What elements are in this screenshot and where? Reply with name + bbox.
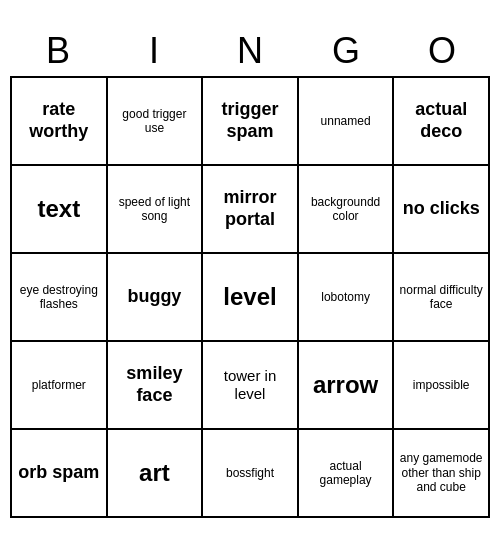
bingo-cell-16: smiley face	[108, 342, 204, 430]
bingo-cell-21: art	[108, 430, 204, 518]
bingo-cell-text-5: text	[16, 195, 102, 224]
bingo-cell-15: platformer	[12, 342, 108, 430]
header-letter-n: N	[202, 26, 298, 76]
bingo-cell-7: mirror portal	[203, 166, 299, 254]
header-letter-g: G	[298, 26, 394, 76]
bingo-cell-19: impossible	[394, 342, 490, 430]
bingo-cell-3: unnamed	[299, 78, 395, 166]
bingo-cell-text-23: actual gameplay	[303, 459, 389, 488]
bingo-cell-text-12: level	[207, 283, 293, 312]
bingo-cell-text-4: actual deco	[398, 99, 484, 142]
bingo-cell-0: rate worthy	[12, 78, 108, 166]
bingo-cell-text-8: backgroundd color	[303, 195, 389, 224]
bingo-cell-text-13: lobotomy	[303, 290, 389, 304]
bingo-cell-9: no clicks	[394, 166, 490, 254]
header-letter-b: B	[10, 26, 106, 76]
bingo-cell-text-10: eye destroying flashes	[16, 283, 102, 312]
bingo-cell-text-7: mirror portal	[207, 187, 293, 230]
bingo-cell-text-9: no clicks	[398, 198, 484, 220]
bingo-cell-text-17: tower in level	[207, 367, 293, 403]
bingo-cell-24: any gamemode other than ship and cube	[394, 430, 490, 518]
header-letter-i: I	[106, 26, 202, 76]
bingo-cell-text-0: rate worthy	[16, 99, 102, 142]
bingo-cell-6: speed of light song	[108, 166, 204, 254]
bingo-cell-8: backgroundd color	[299, 166, 395, 254]
bingo-cell-text-3: unnamed	[303, 114, 389, 128]
bingo-cell-text-21: art	[112, 459, 198, 488]
bingo-cell-text-11: buggy	[112, 286, 198, 308]
bingo-cell-text-18: arrow	[303, 371, 389, 400]
bingo-cell-18: arrow	[299, 342, 395, 430]
bingo-header: BINGO	[10, 26, 490, 76]
bingo-cell-1: good trigger use	[108, 78, 204, 166]
bingo-cell-text-2: trigger spam	[207, 99, 293, 142]
bingo-cell-10: eye destroying flashes	[12, 254, 108, 342]
bingo-cell-text-1: good trigger use	[112, 107, 198, 136]
bingo-cell-13: lobotomy	[299, 254, 395, 342]
bingo-cell-text-24: any gamemode other than ship and cube	[398, 451, 484, 494]
bingo-cell-11: buggy	[108, 254, 204, 342]
bingo-cell-text-6: speed of light song	[112, 195, 198, 224]
bingo-cell-text-15: platformer	[16, 378, 102, 392]
bingo-cell-23: actual gameplay	[299, 430, 395, 518]
bingo-cell-12: level	[203, 254, 299, 342]
header-letter-o: O	[394, 26, 490, 76]
bingo-cell-4: actual deco	[394, 78, 490, 166]
bingo-cell-text-14: normal difficulty face	[398, 283, 484, 312]
bingo-cell-text-22: bossfight	[207, 466, 293, 480]
bingo-cell-20: orb spam	[12, 430, 108, 518]
bingo-cell-14: normal difficulty face	[394, 254, 490, 342]
bingo-cell-17: tower in level	[203, 342, 299, 430]
bingo-cell-text-16: smiley face	[112, 363, 198, 406]
bingo-grid: rate worthygood trigger usetrigger spamu…	[10, 76, 490, 518]
bingo-cell-5: text	[12, 166, 108, 254]
bingo-cell-2: trigger spam	[203, 78, 299, 166]
bingo-cell-text-20: orb spam	[16, 462, 102, 484]
bingo-cell-text-19: impossible	[398, 378, 484, 392]
bingo-card: BINGO rate worthygood trigger usetrigger…	[10, 26, 490, 518]
bingo-cell-22: bossfight	[203, 430, 299, 518]
